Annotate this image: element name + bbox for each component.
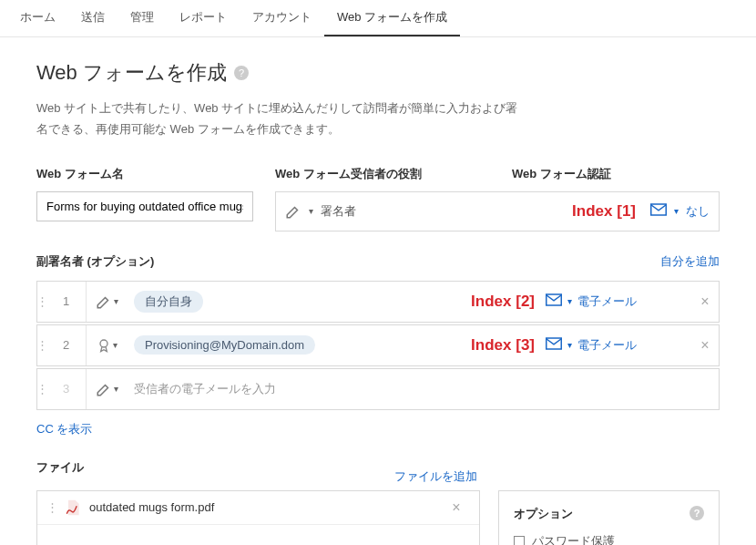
- remove-row-icon[interactable]: ×: [691, 337, 719, 354]
- mail-icon[interactable]: [650, 203, 667, 219]
- add-self-link[interactable]: 自分を追加: [660, 253, 720, 270]
- mail-icon[interactable]: [546, 337, 562, 353]
- index-label: Index [3]: [471, 336, 535, 355]
- primary-role-text: 署名者: [321, 203, 356, 220]
- index-1-label: Index [1]: [572, 202, 636, 221]
- show-cc-link[interactable]: CC を表示: [36, 421, 92, 437]
- label-password-protect: パスワード保護: [532, 533, 615, 545]
- form-name-input[interactable]: [36, 191, 253, 221]
- seal-icon[interactable]: ▾: [87, 337, 127, 354]
- drag-handle-icon[interactable]: ⋮: [37, 338, 46, 352]
- pen-icon[interactable]: ▾: [87, 381, 127, 397]
- label-options: オプション: [514, 506, 573, 522]
- file-name: outdated mugs form.pdf: [89, 500, 443, 514]
- password-protect-checkbox[interactable]: [514, 536, 525, 545]
- primary-recipient-row: ▾ 署名者 Index [1] ▾ なし: [275, 191, 720, 231]
- page-description: Web サイト上で共有したり、Web サイトに埋め込んだりして訪問者が簡単に入力…: [36, 98, 528, 140]
- auth-text: 電子メール: [577, 337, 637, 354]
- recipient-chip[interactable]: 自分自身: [134, 291, 203, 313]
- label-auth: Web フォーム認証: [512, 166, 611, 182]
- label-counter-signers: 副署名者 (オプション): [36, 253, 154, 270]
- row-index: 2: [46, 325, 87, 365]
- remove-row-icon[interactable]: ×: [691, 293, 719, 310]
- roster-row: ⋮1▾自分自身Index [2]▾電子メール×: [36, 281, 720, 323]
- pen-icon[interactable]: [285, 203, 301, 220]
- recipient-chip[interactable]: Provisioning@MyDomain.dom: [134, 335, 315, 355]
- index-label: Index [2]: [471, 293, 535, 311]
- roster-row: ⋮2▾Provisioning@MyDomain.domIndex [3]▾電子…: [36, 324, 720, 366]
- row-index: 1: [46, 282, 87, 322]
- chevron-down-icon[interactable]: ▾: [674, 206, 679, 216]
- svg-point-2: [100, 340, 107, 347]
- page-title: Web フォームを作成: [36, 59, 227, 87]
- nav-manage[interactable]: 管理: [117, 0, 167, 36]
- help-icon[interactable]: ?: [234, 66, 249, 80]
- file-box: ⋮ outdated mugs form.pdf × ここに追加のファイルをドラ…: [36, 490, 480, 545]
- file-drop-area[interactable]: ここに追加のファイルをドラッグ: [37, 525, 479, 545]
- mail-icon[interactable]: [546, 293, 562, 309]
- label-file: ファイル: [36, 459, 84, 476]
- file-item: ⋮ outdated mugs form.pdf ×: [37, 491, 479, 525]
- label-form-name: Web フォーム名: [36, 166, 253, 182]
- roster-row: ⋮3▾受信者の電子メールを入力: [36, 368, 720, 410]
- nav-send[interactable]: 送信: [68, 0, 117, 36]
- drag-handle-icon[interactable]: ⋮: [37, 382, 46, 396]
- nav-webform[interactable]: Web フォームを作成: [324, 0, 460, 36]
- drag-handle-icon[interactable]: ⋮: [46, 500, 58, 514]
- primary-auth-text: なし: [686, 203, 710, 220]
- options-box: オプション ? パスワード保護 受信者の言語: [498, 490, 720, 545]
- label-recipient-role: Web フォーム受信者の役割: [275, 166, 512, 182]
- row-index: 3: [46, 369, 87, 409]
- top-nav: ホーム 送信 管理 レポート アカウント Web フォームを作成: [0, 0, 756, 37]
- help-icon[interactable]: ?: [690, 506, 704, 520]
- chevron-down-icon[interactable]: ▾: [309, 206, 313, 216]
- pdf-icon: [64, 499, 82, 517]
- auth-text: 電子メール: [577, 293, 637, 310]
- recipient-email-input[interactable]: 受信者の電子メールを入力: [134, 381, 276, 397]
- add-file-link[interactable]: ファイルを追加: [394, 468, 477, 485]
- nav-reports[interactable]: レポート: [167, 0, 240, 36]
- remove-file-icon[interactable]: ×: [443, 499, 470, 516]
- pen-icon[interactable]: ▾: [87, 293, 127, 310]
- nav-home[interactable]: ホーム: [7, 0, 68, 36]
- drag-handle-icon[interactable]: ⋮: [37, 294, 46, 308]
- nav-account[interactable]: アカウント: [240, 0, 324, 36]
